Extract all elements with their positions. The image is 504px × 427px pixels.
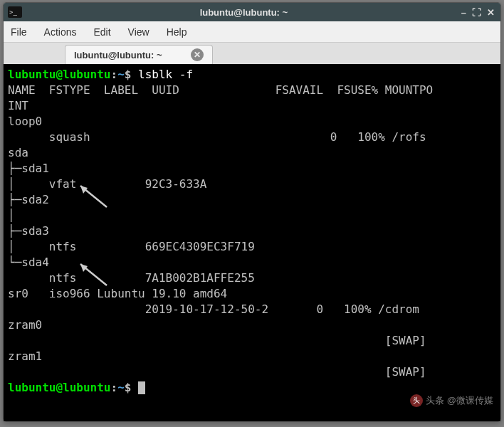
watermark: 头 头条 @微课传媒 <box>410 393 493 408</box>
row-sr0-line: 2019-10-17-12-50-2 0 100% /cdrom <box>8 302 419 316</box>
terminal-body[interactable]: lubuntu@lubuntu:~$ lsblk -f NAME FSTYPE … <box>4 64 500 421</box>
minimize-button[interactable]: – <box>461 7 466 18</box>
prompt2-colon: : <box>111 381 118 394</box>
menu-view[interactable]: View <box>128 26 149 38</box>
row-sda3-line: │ ntfs 669EC4309EC3F719 <box>8 240 255 253</box>
output-header: NAME FSTYPE LABEL UUID FSAVAIL FSUSE% MO… <box>8 83 433 112</box>
tab-terminal[interactable]: lubuntu@lubuntu: ~ ✕ <box>65 45 213 64</box>
prompt-path: ~ <box>117 68 125 81</box>
row-zram0: zram0 <box>8 318 42 332</box>
row-loop0-line: squash 0 100% /rofs <box>8 130 426 144</box>
prompt2-path: ~ <box>117 381 125 394</box>
row-sda1-line: │ vfat 92C3-633A <box>8 177 206 191</box>
cursor <box>138 381 145 394</box>
watermark-prefix: 头条 <box>426 393 444 408</box>
row-sda1: ├─sda1 <box>8 162 49 175</box>
prompt-userhost: lubuntu@lubuntu <box>8 68 111 81</box>
row-zram1: zram1 <box>8 349 42 363</box>
prompt2-userhost: lubuntu@lubuntu <box>8 381 111 394</box>
row-zram1-line: [SWAP] <box>8 365 426 379</box>
menubar: File Actions Edit View Help <box>4 21 500 43</box>
tab-close-icon[interactable]: ✕ <box>191 48 204 61</box>
titlebar[interactable]: >_ lubuntu@lubuntu: ~ – ⛶ ✕ <box>4 3 500 21</box>
row-sr0: sr0 iso966 Lubuntu 19.10 amd64 <box>8 287 227 300</box>
watermark-text: @微课传媒 <box>447 393 493 408</box>
watermark-logo-icon: 头 <box>410 394 423 407</box>
maximize-button[interactable]: ⛶ <box>472 7 481 18</box>
command-text: lsblk -f <box>138 68 193 81</box>
row-loop0: loop0 <box>8 115 42 128</box>
row-sda3: ├─sda3 <box>8 224 49 238</box>
row-sda4: └─sda4 <box>8 255 49 269</box>
app-icon: >_ <box>8 6 22 18</box>
row-zram0-line: [SWAP] <box>8 334 426 347</box>
menu-help[interactable]: Help <box>167 26 187 38</box>
close-button[interactable]: ✕ <box>487 7 495 18</box>
menu-edit[interactable]: Edit <box>93 26 110 38</box>
window-controls: – ⛶ ✕ <box>461 7 500 18</box>
tab-label: lubuntu@lubuntu: ~ <box>74 50 162 60</box>
prompt2-sign: $ <box>125 381 132 394</box>
menu-actions[interactable]: Actions <box>44 26 77 38</box>
tabbar: lubuntu@lubuntu: ~ ✕ <box>4 43 500 64</box>
prompt-colon: : <box>111 68 118 81</box>
row-sda: sda <box>8 146 28 159</box>
prompt-sign: $ <box>125 68 132 81</box>
menu-file[interactable]: File <box>11 26 27 38</box>
terminal-window: >_ lubuntu@lubuntu: ~ – ⛶ ✕ File Actions… <box>3 2 501 422</box>
row-sda4-line: ntfs 7A1B002B1AFFE255 <box>8 271 255 285</box>
row-sda2: ├─sda2 <box>8 193 49 206</box>
window-title: lubuntu@lubuntu: ~ <box>26 7 461 18</box>
row-sda2-blank: │ <box>8 209 15 222</box>
